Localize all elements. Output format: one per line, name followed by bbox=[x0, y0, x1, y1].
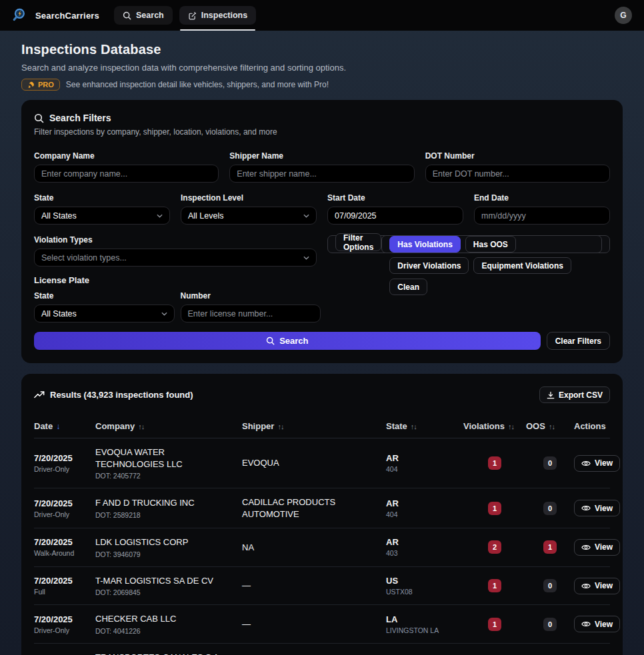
company-name: F AND D TRUCKING INC bbox=[95, 497, 242, 509]
page-title: Inspections Database bbox=[21, 42, 623, 57]
view-button-2[interactable]: View bbox=[574, 539, 620, 556]
view-button-1[interactable]: View bbox=[574, 500, 620, 516]
date-cell: 7/20/2025 Driver-Only bbox=[34, 453, 95, 473]
active-tab-underline bbox=[180, 29, 255, 31]
filter-option-pill-3[interactable]: Equipment Violations bbox=[473, 257, 571, 274]
end-date-input[interactable] bbox=[474, 207, 610, 225]
company-name: EVOQUA WATER TECHNOLOGIES LLC bbox=[95, 446, 242, 470]
results-title: Results (43,923 inspections found) bbox=[50, 390, 193, 400]
inspection-level-select[interactable]: All Levels bbox=[181, 207, 317, 225]
search-button-label: Search bbox=[279, 336, 308, 346]
inspection-level-label: Inspection Level bbox=[181, 193, 317, 203]
inspection-level-value: All Levels bbox=[188, 211, 224, 221]
trending-up-icon bbox=[34, 391, 45, 398]
filter-option-pill-2[interactable]: Driver Violations bbox=[389, 257, 469, 274]
company-name-input[interactable] bbox=[34, 165, 219, 183]
shipper-name: EVOQUA bbox=[242, 457, 386, 469]
column-header-label-2: Shipper bbox=[242, 421, 274, 431]
brand-name: SearchCarriers bbox=[35, 11, 99, 21]
date-cell: 7/20/2025 Walk-Around bbox=[34, 537, 95, 557]
table-header: Date ↓ Company ↑↓ Shipper ↑↓ State ↑↓ bbox=[34, 421, 610, 438]
column-header-0[interactable]: Date ↓ bbox=[34, 421, 95, 431]
column-header-5[interactable]: OOS ↑↓ bbox=[526, 421, 574, 431]
company-cell: LDK LOGISTICS CORP DOT: 3946079 bbox=[95, 536, 242, 558]
table-row-2: 7/20/2025 Walk-Around LDK LOGISTICS CORP… bbox=[34, 528, 610, 567]
table-body: 7/20/2025 Driver-Only EVOQUA WATER TECHN… bbox=[34, 438, 610, 655]
company-cell: CHECKER CAB LLC DOT: 4041226 bbox=[95, 613, 242, 635]
inspection-level: Full bbox=[34, 588, 95, 596]
license-plate-state-group: State All States bbox=[34, 291, 175, 323]
filter-option-pill-4[interactable]: Clean bbox=[389, 279, 427, 295]
table-row-3: 7/20/2025 Full T-MAR LOGISTICS SA DE CV … bbox=[34, 567, 610, 606]
export-csv-button[interactable]: Export CSV bbox=[539, 386, 610, 403]
search-button[interactable]: Search bbox=[34, 332, 541, 350]
filter-option-pill-1[interactable]: Has OOS bbox=[465, 236, 516, 253]
actions-cell: View bbox=[574, 539, 620, 556]
state-detail: LIVINGSTON LA bbox=[386, 626, 463, 634]
license-plate-number-input[interactable] bbox=[181, 305, 321, 323]
column-header-label-5: OOS bbox=[526, 421, 545, 431]
view-button-0[interactable]: View bbox=[574, 455, 620, 472]
shipper-name-label: Shipper Name bbox=[229, 151, 414, 161]
state-code: AR bbox=[386, 537, 463, 547]
view-button-3[interactable]: View bbox=[574, 578, 620, 594]
top-nav: SearchCarriers Search Inspections G bbox=[0, 0, 644, 31]
eye-icon bbox=[581, 620, 591, 628]
tab-search-label: Search bbox=[136, 11, 164, 20]
filter-options: Has Violations Has OOS Driver Violations… bbox=[381, 235, 602, 253]
state-code: US bbox=[386, 576, 463, 586]
dot-number-input[interactable] bbox=[425, 165, 610, 183]
state-code: AR bbox=[386, 498, 463, 508]
tab-search[interactable]: Search bbox=[114, 6, 173, 25]
sort-icon: ↑↓ bbox=[549, 422, 555, 430]
state-detail: 404 bbox=[386, 510, 463, 518]
rocket-icon bbox=[27, 81, 35, 89]
shipper-name-input[interactable] bbox=[229, 165, 414, 183]
oos-badge: 0 bbox=[543, 618, 557, 631]
table-row-5: 7/20/2025 Full TRANSPORTES CANALES S A D… bbox=[34, 644, 610, 655]
dot-number: DOT: 4041226 bbox=[95, 627, 242, 635]
oos-cell: 1 bbox=[526, 540, 574, 554]
pro-badge-label: PRO bbox=[38, 81, 54, 89]
company-cell: T-MAR LOGISTICS SA DE CV DOT: 2069845 bbox=[95, 575, 242, 597]
column-header-3[interactable]: State ↑↓ bbox=[386, 421, 463, 431]
view-button-label: View bbox=[595, 458, 613, 468]
inspection-level: Driver-Only bbox=[34, 626, 95, 634]
dot-number: DOT: 2589218 bbox=[95, 511, 242, 519]
brand[interactable]: SearchCarriers bbox=[12, 7, 99, 24]
state-code: LA bbox=[386, 614, 463, 624]
company-name-label: Company Name bbox=[34, 151, 219, 161]
violations-badge: 1 bbox=[488, 579, 501, 592]
inspection-level: Driver-Only bbox=[34, 510, 95, 518]
state-select[interactable]: All States bbox=[34, 207, 170, 225]
oos-cell: 0 bbox=[526, 579, 574, 592]
shipper-name: — bbox=[242, 618, 386, 630]
column-header-2[interactable]: Shipper ↑↓ bbox=[242, 421, 386, 431]
view-button-label: View bbox=[595, 620, 613, 629]
column-header-4[interactable]: Violations ↑↓ bbox=[463, 421, 526, 431]
state-label: State bbox=[34, 193, 170, 203]
clear-filters-button[interactable]: Clear Filters bbox=[547, 332, 610, 350]
company-name: TRANSPORTES CANALES S A DE C V bbox=[95, 652, 242, 655]
actions-cell: View bbox=[574, 578, 620, 594]
start-date-input[interactable] bbox=[327, 207, 463, 225]
column-header-1[interactable]: Company ↑↓ bbox=[95, 421, 242, 431]
actions-cell: View bbox=[574, 500, 620, 516]
eye-icon bbox=[581, 544, 591, 551]
date-cell: 7/20/2025 Full bbox=[34, 576, 95, 596]
company-cell: EVOQUA WATER TECHNOLOGIES LLC DOT: 24057… bbox=[95, 446, 242, 480]
oos-cell: 0 bbox=[526, 502, 574, 515]
user-avatar[interactable]: G bbox=[615, 7, 632, 24]
column-header-6[interactable]: Actions bbox=[574, 421, 611, 431]
tab-inspections[interactable]: Inspections bbox=[179, 6, 256, 25]
license-plate-state-select[interactable]: All States bbox=[34, 305, 175, 323]
violation-types-select[interactable]: Select violation types... bbox=[34, 249, 317, 267]
oos-cell: 0 bbox=[526, 618, 574, 631]
filter-option-pill-0[interactable]: Has Violations bbox=[389, 236, 460, 253]
violations-cell: 1 bbox=[463, 579, 526, 592]
search-icon bbox=[123, 11, 131, 20]
view-button-4[interactable]: View bbox=[574, 616, 620, 632]
state-cell: LA LIVINGSTON LA bbox=[386, 614, 463, 634]
chevron-down-icon bbox=[303, 256, 309, 260]
dot-number: DOT: 2069845 bbox=[95, 588, 242, 596]
